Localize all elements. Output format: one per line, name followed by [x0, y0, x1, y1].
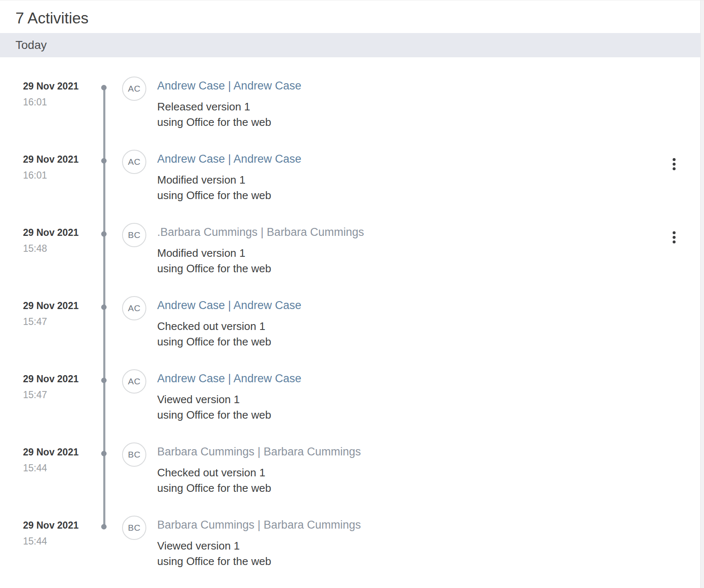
activity-date: 29 Nov 2021 — [23, 154, 79, 165]
avatar-initials: AC — [128, 157, 140, 167]
activity-content: Barbara Cummings | Barbara Cummings View… — [157, 517, 361, 569]
activity-entry: 29 Nov 2021 15:48 BC .Barbara Cummings |… — [0, 221, 704, 294]
activity-list: 29 Nov 2021 16:01 AC Andrew Case | Andre… — [0, 75, 704, 587]
activity-time: 15:44 — [23, 463, 47, 473]
activity-panel: 7 Activities Today 29 Nov 2021 16:01 AC … — [0, 0, 704, 588]
activity-via: using Office for the web — [157, 334, 301, 350]
more-options-button[interactable] — [668, 155, 680, 173]
user-avatar: BC — [122, 442, 146, 467]
user-avatar: AC — [122, 150, 146, 174]
activity-via: using Office for the web — [157, 261, 364, 276]
activity-action: Viewed version 1 — [157, 392, 301, 407]
activity-time: 15:47 — [23, 316, 47, 327]
activity-date: 29 Nov 2021 — [23, 447, 79, 458]
avatar-initials: BC — [128, 450, 140, 460]
activity-time: 15:48 — [23, 243, 47, 254]
activity-date: 29 Nov 2021 — [23, 373, 79, 384]
user-name-label[interactable]: Andrew Case | Andrew Case — [157, 78, 301, 93]
activity-content: .Barbara Cummings | Barbara Cummings Mod… — [157, 225, 364, 276]
activity-via: using Office for the web — [157, 554, 361, 569]
user-avatar: BC — [122, 223, 146, 247]
avatar-initials: AC — [128, 376, 140, 386]
timeline-dot — [101, 378, 107, 383]
activity-action: Released version 1 — [157, 99, 301, 115]
activity-entry: 29 Nov 2021 15:44 BC Barbara Cummings | … — [0, 514, 704, 587]
user-avatar: AC — [122, 296, 146, 320]
avatar-initials: BC — [128, 230, 140, 240]
activity-action: Checked out version 1 — [157, 319, 301, 334]
activity-content: Andrew Case | Andrew Case Modified versi… — [157, 151, 301, 203]
activity-action: Checked out version 1 — [157, 465, 361, 481]
activity-via: using Office for the web — [157, 481, 361, 496]
user-name-label[interactable]: Andrew Case | Andrew Case — [157, 371, 301, 386]
user-avatar: AC — [122, 77, 146, 101]
avatar-initials: AC — [128, 303, 140, 313]
kebab-menu-icon — [673, 158, 676, 170]
more-options-button[interactable] — [668, 228, 680, 246]
kebab-menu-icon — [673, 231, 676, 243]
activity-action: Modified version 1 — [157, 245, 364, 261]
activity-content: Andrew Case | Andrew Case Released versi… — [157, 78, 301, 130]
avatar-initials: AC — [128, 84, 140, 94]
activity-entry: 29 Nov 2021 15:44 BC Barbara Cummings | … — [0, 441, 704, 514]
scrollbar-track[interactable] — [700, 0, 704, 588]
activity-date: 29 Nov 2021 — [23, 520, 79, 531]
timeline-dot — [101, 158, 107, 164]
activity-time: 15:44 — [23, 536, 47, 547]
user-name-label[interactable]: Andrew Case | Andrew Case — [157, 298, 301, 313]
activity-entry: 29 Nov 2021 16:01 AC Andrew Case | Andre… — [0, 148, 704, 221]
activity-entry: 29 Nov 2021 15:47 AC Andrew Case | Andre… — [0, 368, 704, 441]
timeline-dot — [101, 451, 107, 456]
activity-date: 29 Nov 2021 — [23, 81, 79, 92]
activity-date: 29 Nov 2021 — [23, 300, 79, 311]
user-name-label[interactable]: Andrew Case | Andrew Case — [157, 151, 301, 166]
activity-content: Andrew Case | Andrew Case Checked out ve… — [157, 298, 301, 350]
activity-action: Modified version 1 — [157, 172, 301, 188]
activity-entry: 29 Nov 2021 15:47 AC Andrew Case | Andre… — [0, 294, 704, 368]
timeline-dot — [101, 304, 107, 310]
timeline-dot — [101, 524, 107, 529]
activity-via: using Office for the web — [157, 407, 301, 423]
activity-time: 15:47 — [23, 389, 47, 400]
user-name-label[interactable]: Barbara Cummings | Barbara Cummings — [157, 517, 361, 532]
activity-content: Barbara Cummings | Barbara Cummings Chec… — [157, 444, 361, 496]
activity-via: using Office for the web — [157, 188, 301, 203]
user-avatar: AC — [122, 369, 146, 394]
user-name-label[interactable]: Barbara Cummings | Barbara Cummings — [157, 444, 361, 459]
activity-via: using Office for the web — [157, 115, 301, 130]
activity-content: Andrew Case | Andrew Case Viewed version… — [157, 371, 301, 423]
group-header-today: Today — [0, 33, 700, 57]
activity-action: Viewed version 1 — [157, 538, 361, 554]
activity-time: 16:01 — [23, 97, 47, 107]
activity-entry: 29 Nov 2021 16:01 AC Andrew Case | Andre… — [0, 75, 704, 148]
group-header-label: Today — [15, 38, 47, 52]
timeline-dot — [101, 231, 107, 237]
timeline-dot — [101, 85, 107, 90]
user-avatar: BC — [122, 516, 146, 540]
avatar-initials: BC — [128, 523, 140, 533]
user-name-label[interactable]: .Barbara Cummings | Barbara Cummings — [157, 225, 364, 240]
page-title: 7 Activities — [15, 10, 89, 27]
activity-date: 29 Nov 2021 — [23, 227, 79, 238]
activity-time: 16:01 — [23, 170, 47, 181]
